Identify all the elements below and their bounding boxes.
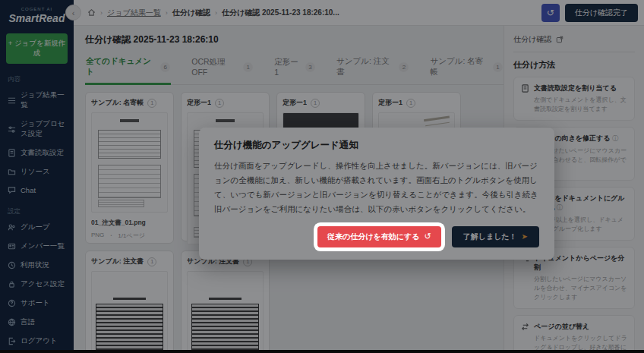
undo-icon: ↺ bbox=[424, 232, 431, 241]
modal-backdrop[interactable] bbox=[0, 0, 644, 353]
enable-legacy-sorting-button[interactable]: 従来の仕分けを有効にする ↺ bbox=[317, 226, 441, 247]
bottom-bar bbox=[0, 350, 644, 353]
revert-button-label: 従来の仕分けを有効にする bbox=[327, 232, 419, 242]
